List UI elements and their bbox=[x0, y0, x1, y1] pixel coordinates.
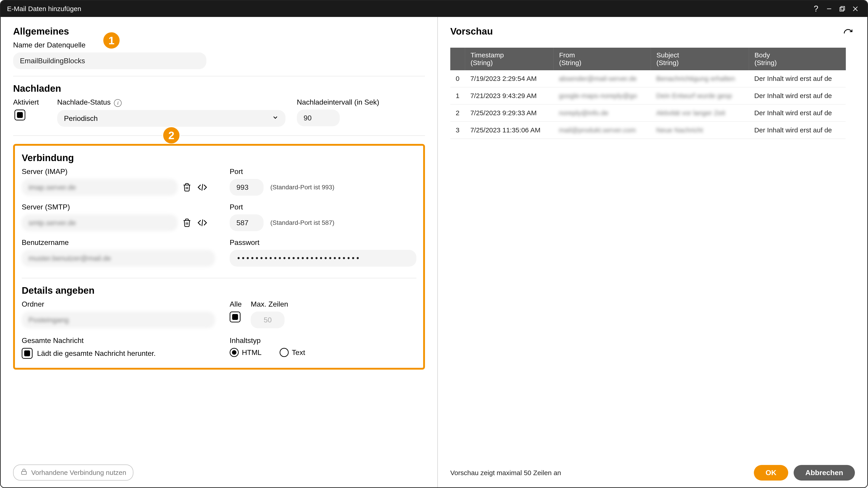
imap-port-input[interactable] bbox=[230, 179, 264, 196]
contenttype-label: Inhaltstyp bbox=[230, 336, 305, 345]
all-label: Alle bbox=[230, 300, 242, 308]
cell-timestamp: 7/25/2023 11:35:06 AM bbox=[465, 122, 554, 139]
window-title: E-Mail Daten hinzufügen bbox=[7, 5, 809, 13]
cell-from: noreply@info.de bbox=[554, 104, 651, 122]
annotation-badge-2: 2 bbox=[162, 126, 180, 144]
preview-heading: Vorschau bbox=[450, 26, 841, 37]
cell-timestamp: 7/19/2023 2:29:54 AM bbox=[465, 70, 554, 87]
table-row[interactable]: 37/25/2023 11:35:06 AMmail@produkt.serve… bbox=[450, 122, 846, 139]
cell-idx: 2 bbox=[450, 104, 465, 122]
cell-idx: 3 bbox=[450, 122, 465, 139]
datasource-name-input[interactable] bbox=[13, 53, 206, 69]
cell-body: Der Inhalt wird erst auf de bbox=[749, 87, 846, 104]
cell-from: absender@mail-server.de bbox=[554, 70, 651, 87]
fullmsg-desc: Lädt die gesamte Nachricht herunter. bbox=[37, 349, 156, 358]
smtp-port-input[interactable] bbox=[230, 215, 264, 231]
col-from: From(String) bbox=[554, 48, 651, 70]
maxrows-label: Max. Zeilen bbox=[251, 300, 288, 308]
lock-icon bbox=[20, 468, 28, 477]
code-icon[interactable] bbox=[196, 181, 209, 193]
col-body: Body(String) bbox=[749, 48, 846, 70]
cell-body: Der Inhalt wird erst auf de bbox=[749, 70, 846, 87]
minimize-icon[interactable] bbox=[824, 3, 835, 14]
use-existing-connection-button[interactable]: Vorhandene Verbindung nutzen bbox=[13, 464, 133, 481]
radio-html[interactable]: HTML bbox=[230, 348, 261, 357]
imap-server-input[interactable] bbox=[22, 179, 178, 196]
code-icon[interactable] bbox=[196, 217, 209, 229]
connection-section-highlight: Verbindung Server (IMAP) Port bbox=[13, 144, 425, 369]
maximize-icon[interactable] bbox=[837, 3, 848, 14]
svg-line-10 bbox=[202, 219, 203, 226]
all-checkbox[interactable] bbox=[230, 312, 241, 322]
cell-subject: Neue Nachricht bbox=[651, 122, 749, 139]
smtp-port-label: Port bbox=[230, 203, 416, 211]
svg-rect-2 bbox=[840, 7, 844, 11]
divider bbox=[13, 76, 425, 76]
cell-subject: Benachrichtigung erhalten bbox=[651, 70, 749, 87]
cell-timestamp: 7/25/2023 9:29:33 AM bbox=[465, 104, 554, 122]
reload-status-select[interactable]: Periodisch bbox=[57, 110, 285, 127]
smtp-port-hint: (Standard-Port ist 587) bbox=[270, 219, 334, 226]
delete-icon[interactable] bbox=[181, 181, 193, 193]
cell-from: mail@produkt.server.com bbox=[554, 122, 651, 139]
username-label: Benutzername bbox=[22, 238, 218, 247]
connection-heading: Verbindung bbox=[22, 153, 416, 163]
smtp-server-label: Server (SMTP) bbox=[22, 203, 218, 211]
password-label: Passwort bbox=[230, 238, 416, 247]
svg-line-7 bbox=[202, 184, 203, 191]
fullmsg-checkbox[interactable] bbox=[22, 348, 33, 359]
info-icon[interactable]: i bbox=[114, 99, 122, 107]
name-label: Name der Datenquelle bbox=[13, 41, 425, 49]
table-row[interactable]: 27/25/2023 9:29:33 AMnoreply@info.deAkti… bbox=[450, 104, 846, 122]
folder-input[interactable] bbox=[22, 312, 215, 328]
col-timestamp: Timestamp(String) bbox=[465, 48, 554, 70]
cell-subject: Aktivität vor langer Zeit bbox=[651, 104, 749, 122]
maxrows-input bbox=[251, 312, 285, 328]
cell-body: Der Inhalt wird erst auf de bbox=[749, 104, 846, 122]
reload-heading: Nachladen bbox=[13, 83, 425, 94]
refresh-icon[interactable] bbox=[841, 27, 855, 40]
imap-server-label: Server (IMAP) bbox=[22, 167, 218, 176]
general-heading: Allgemeines bbox=[13, 26, 425, 37]
fullmsg-label: Gesamte Nachricht bbox=[22, 336, 218, 345]
imap-port-hint: (Standard-Port ist 993) bbox=[270, 184, 334, 191]
smtp-server-input[interactable] bbox=[22, 215, 178, 231]
annotation-badge-1: 1 bbox=[102, 31, 121, 50]
radio-text[interactable]: Text bbox=[280, 348, 305, 357]
reload-status-label: Nachlade-Status i bbox=[57, 98, 285, 107]
table-row[interactable]: 17/21/2023 9:43:29 AMgoogle-maps-noreply… bbox=[450, 87, 846, 104]
imap-port-label: Port bbox=[230, 167, 416, 176]
cell-from: google-maps-noreply@go bbox=[554, 87, 651, 104]
svg-rect-1 bbox=[841, 6, 844, 10]
preview-footer-note: Vorschau zeigt maximal 50 Zeilen an bbox=[450, 469, 561, 477]
password-input[interactable] bbox=[230, 250, 416, 267]
username-input[interactable] bbox=[22, 250, 215, 267]
cancel-button[interactable]: Abbrechen bbox=[794, 465, 855, 481]
cell-idx: 1 bbox=[450, 87, 465, 104]
cell-timestamp: 7/21/2023 9:43:29 AM bbox=[465, 87, 554, 104]
table-row[interactable]: 07/19/2023 2:29:54 AMabsender@mail-serve… bbox=[450, 70, 846, 87]
delete-icon[interactable] bbox=[181, 217, 193, 229]
interval-label: Nachladeintervall (in Sek) bbox=[297, 98, 425, 106]
preview-table: Timestamp(String) From(String) Subject(S… bbox=[450, 48, 846, 139]
chevron-down-icon bbox=[272, 114, 279, 123]
close-icon[interactable] bbox=[850, 3, 861, 14]
cell-subject: Dein Entwurf wurde gesp bbox=[651, 87, 749, 104]
ok-button[interactable]: OK bbox=[754, 465, 788, 481]
cell-idx: 0 bbox=[450, 70, 465, 87]
titlebar: E-Mail Daten hinzufügen ? bbox=[1, 1, 867, 17]
interval-input[interactable] bbox=[297, 109, 340, 126]
details-heading: Details angeben bbox=[22, 285, 416, 296]
enabled-checkbox[interactable] bbox=[14, 109, 25, 121]
cell-body: Der Inhalt wird erst auf de bbox=[749, 122, 846, 139]
svg-rect-11 bbox=[22, 471, 26, 475]
folder-label: Ordner bbox=[22, 300, 218, 308]
col-subject: Subject(String) bbox=[651, 48, 749, 70]
help-icon[interactable]: ? bbox=[810, 3, 822, 14]
col-index bbox=[450, 48, 465, 70]
divider bbox=[22, 278, 416, 278]
enabled-label: Aktiviert bbox=[13, 98, 46, 106]
